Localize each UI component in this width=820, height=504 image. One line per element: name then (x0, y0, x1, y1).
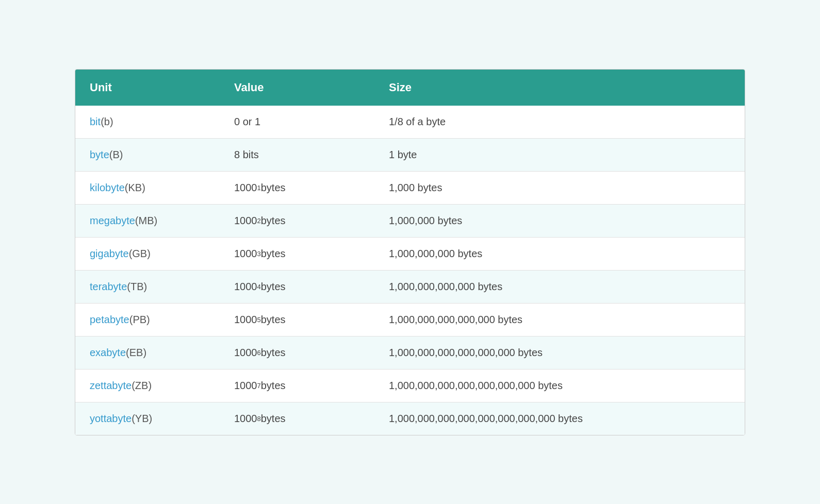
cell-value: 10008 bytes (220, 402, 374, 435)
cell-size: 1,000,000,000,000,000,000,000,000 bytes (374, 402, 745, 435)
cell-unit: yottabyte (YB) (75, 402, 220, 435)
unit-abbreviation: (YB) (132, 413, 152, 425)
value-exponent: 2 (257, 217, 261, 225)
cell-unit: zettabyte (ZB) (75, 369, 220, 402)
value-base: 1000 (234, 248, 257, 260)
cell-unit: megabyte (MB) (75, 205, 220, 237)
value-base: 1000 (234, 347, 257, 359)
unit-name[interactable]: byte (90, 149, 109, 161)
value-base: 1000 (234, 215, 257, 227)
cell-unit: petabyte (PB) (75, 304, 220, 336)
table-row: kilobyte (KB)10001 bytes1,000 bytes (75, 172, 745, 205)
table-body: bit (b)0 or 11/8 of a bytebyte (B)8 bits… (75, 106, 745, 435)
data-table: Unit Value Size bit (b)0 or 11/8 of a by… (75, 69, 745, 435)
unit-abbreviation: (b) (101, 116, 113, 128)
cell-size: 1,000,000 bytes (374, 205, 745, 237)
unit-name[interactable]: kilobyte (90, 182, 125, 194)
value-exponent: 6 (257, 349, 261, 357)
value-suffix: bytes (261, 281, 286, 293)
unit-abbreviation: (ZB) (132, 380, 152, 392)
cell-unit: kilobyte (KB) (75, 172, 220, 204)
header-value: Value (220, 70, 374, 106)
unit-name[interactable]: terabyte (90, 281, 127, 293)
table-row: terabyte (TB)10004 bytes1,000,000,000,00… (75, 271, 745, 304)
unit-name[interactable]: yottabyte (90, 413, 132, 425)
cell-unit: byte (B) (75, 139, 220, 171)
unit-name[interactable]: gigabyte (90, 248, 129, 260)
unit-name[interactable]: exabyte (90, 347, 126, 359)
unit-name[interactable]: bit (90, 116, 101, 128)
cell-value: 10003 bytes (220, 238, 374, 270)
cell-unit: gigabyte (GB) (75, 238, 220, 270)
unit-name[interactable]: petabyte (90, 314, 129, 326)
value-base: 1000 (234, 413, 257, 425)
cell-value: 10006 bytes (220, 337, 374, 369)
cell-value: 10002 bytes (220, 205, 374, 237)
header-unit: Unit (75, 70, 220, 106)
unit-abbreviation: (EB) (126, 347, 146, 359)
cell-size: 1,000,000,000 bytes (374, 238, 745, 270)
header-size: Size (374, 70, 745, 106)
unit-abbreviation: (B) (109, 149, 123, 161)
unit-abbreviation: (MB) (135, 215, 157, 227)
cell-size: 1,000,000,000,000 bytes (374, 271, 745, 303)
value-suffix: bytes (261, 413, 286, 425)
cell-value: 10004 bytes (220, 271, 374, 303)
cell-value: 0 or 1 (220, 106, 374, 138)
unit-abbreviation: (GB) (129, 248, 151, 260)
value-suffix: bytes (261, 347, 286, 359)
table-row: yottabyte (YB)10008 bytes1,000,000,000,0… (75, 402, 745, 435)
unit-abbreviation: (PB) (129, 314, 150, 326)
table-row: megabyte (MB)10002 bytes1,000,000 bytes (75, 205, 745, 238)
value-exponent: 4 (257, 283, 261, 291)
value-suffix: bytes (261, 248, 286, 260)
cell-size: 1,000,000,000,000,000 bytes (374, 304, 745, 336)
cell-unit: exabyte (EB) (75, 337, 220, 369)
cell-size: 1,000 bytes (374, 172, 745, 204)
cell-size: 1,000,000,000,000,000,000 bytes (374, 337, 745, 369)
cell-value: 8 bits (220, 139, 374, 171)
value-base: 1000 (234, 314, 257, 326)
table-row: zettabyte (ZB)10007 bytes1,000,000,000,0… (75, 369, 745, 402)
cell-size: 1 byte (374, 139, 745, 171)
value-exponent: 5 (257, 316, 261, 324)
cell-value: 10001 bytes (220, 172, 374, 204)
value-suffix: bytes (261, 215, 286, 227)
table-row: gigabyte (GB)10003 bytes1,000,000,000 by… (75, 238, 745, 271)
value-exponent: 8 (257, 415, 261, 423)
table-header: Unit Value Size (75, 70, 745, 106)
unit-name[interactable]: megabyte (90, 215, 135, 227)
unit-abbreviation: (KB) (125, 182, 145, 194)
cell-value: 10005 bytes (220, 304, 374, 336)
value-exponent: 1 (257, 184, 261, 192)
cell-unit: bit (b) (75, 106, 220, 138)
unit-name[interactable]: zettabyte (90, 380, 132, 392)
cell-unit: terabyte (TB) (75, 271, 220, 303)
table-row: petabyte (PB)10005 bytes1,000,000,000,00… (75, 304, 745, 337)
unit-abbreviation: (TB) (127, 281, 147, 293)
cell-size: 1,000,000,000,000,000,000,000 bytes (374, 369, 745, 402)
value-exponent: 3 (257, 250, 261, 258)
cell-value: 10007 bytes (220, 369, 374, 402)
table-row: exabyte (EB)10006 bytes1,000,000,000,000… (75, 337, 745, 369)
value-suffix: bytes (261, 380, 286, 392)
table-row: bit (b)0 or 11/8 of a byte (75, 106, 745, 139)
table-row: byte (B)8 bits1 byte (75, 139, 745, 172)
value-suffix: bytes (261, 182, 286, 194)
value-base: 1000 (234, 281, 257, 293)
value-exponent: 7 (257, 382, 261, 390)
value-base: 1000 (234, 380, 257, 392)
value-base: 1000 (234, 182, 257, 194)
value-suffix: bytes (261, 314, 286, 326)
cell-size: 1/8 of a byte (374, 106, 745, 138)
